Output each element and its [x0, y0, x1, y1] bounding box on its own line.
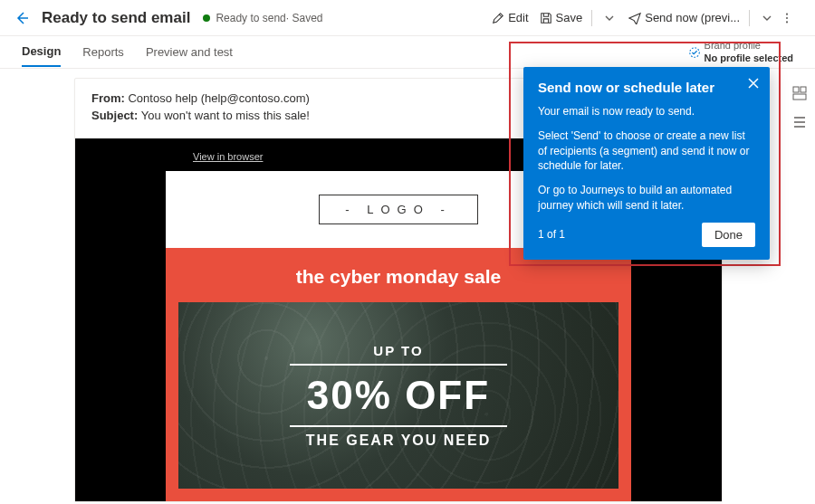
save-dropdown[interactable] — [596, 10, 623, 26]
layout-icon — [792, 86, 807, 100]
list-tool[interactable] — [790, 112, 810, 132]
subject-value: You won't want to miss this sale! — [138, 109, 310, 122]
callout-close-button[interactable] — [744, 74, 762, 92]
subject-label: Subject: — [91, 109, 138, 122]
edit-button[interactable]: Edit — [486, 7, 533, 28]
hero-line-2: 30% OFF — [307, 373, 490, 418]
status-text: Ready to send — [216, 12, 285, 24]
brand-profile-value: No profile selected — [705, 52, 793, 64]
view-in-browser-link[interactable]: View in browser — [166, 151, 263, 162]
save-button[interactable]: Save — [534, 7, 589, 28]
separator — [749, 10, 750, 26]
brand-profile-selector[interactable]: Brand profile No profile selected — [688, 40, 793, 63]
callout-done-button[interactable]: Done — [702, 223, 755, 247]
svg-point-0 — [786, 13, 788, 14]
send-dropdown[interactable] — [753, 10, 781, 26]
send-icon — [628, 12, 641, 24]
pencil-icon — [492, 12, 504, 24]
svg-rect-5 — [801, 87, 806, 92]
back-button[interactable] — [11, 7, 33, 29]
from-value: Contoso help (help@contoso.com) — [125, 91, 310, 105]
hero-line-1: UP TO — [373, 343, 423, 358]
elements-tool[interactable] — [790, 83, 810, 103]
more-button[interactable] — [781, 12, 804, 24]
side-toolbar — [790, 83, 810, 132]
logo-placeholder: - LOGO - — [319, 195, 477, 224]
sale-title: the cyber monday sale — [166, 266, 631, 288]
status-dot-icon — [203, 14, 210, 22]
callout-title: Send now or schedule later — [538, 80, 755, 95]
separator — [591, 10, 592, 26]
page-title: Ready to send email — [42, 9, 190, 27]
svg-point-2 — [786, 21, 788, 23]
chevron-down-icon — [762, 14, 772, 23]
close-icon — [748, 78, 759, 89]
callout-paragraph-3: Or go to Journeys to build an automated … — [538, 183, 755, 214]
send-label: Send now (previ... — [645, 11, 740, 24]
teaching-callout: Send now or schedule later Your email is… — [523, 67, 770, 260]
tab-preview-and-test[interactable]: Preview and test — [146, 38, 233, 66]
status-suffix: · Saved — [286, 12, 323, 24]
svg-point-1 — [786, 16, 788, 18]
callout-step-indicator: 1 of 1 — [538, 228, 565, 241]
save-label: Save — [556, 11, 583, 24]
svg-rect-4 — [793, 87, 799, 92]
save-icon — [540, 12, 552, 24]
tab-design[interactable]: Design — [22, 37, 61, 67]
brand-profile-label: Brand profile — [705, 40, 761, 52]
tabs-bar: Design Reports Preview and test Brand pr… — [0, 36, 815, 69]
hero-divider — [290, 364, 507, 366]
edit-label: Edit — [508, 11, 528, 24]
from-label: From: — [91, 91, 125, 105]
chevron-down-icon — [605, 14, 614, 23]
callout-paragraph-1: Your email is now ready to send. — [538, 104, 755, 119]
status-indicator: Ready to send · Saved — [203, 12, 322, 24]
svg-rect-6 — [793, 94, 806, 100]
list-icon — [792, 115, 807, 129]
callout-paragraph-2: Select 'Send' to choose or create a new … — [538, 128, 755, 174]
brand-profile-icon — [688, 46, 701, 59]
hero-image-block: UP TO 30% OFF THE GEAR YOU NEED — [166, 302, 631, 501]
hero-divider — [290, 425, 507, 427]
send-now-button[interactable]: Send now (previ... — [623, 7, 745, 28]
tab-reports[interactable]: Reports — [82, 38, 124, 66]
more-vertical-icon — [781, 12, 793, 24]
arrow-left-icon — [14, 11, 29, 25]
svg-point-3 — [689, 47, 699, 57]
hero-line-3: THE GEAR YOU NEED — [306, 433, 491, 449]
top-bar: Ready to send email Ready to send · Save… — [0, 0, 815, 36]
